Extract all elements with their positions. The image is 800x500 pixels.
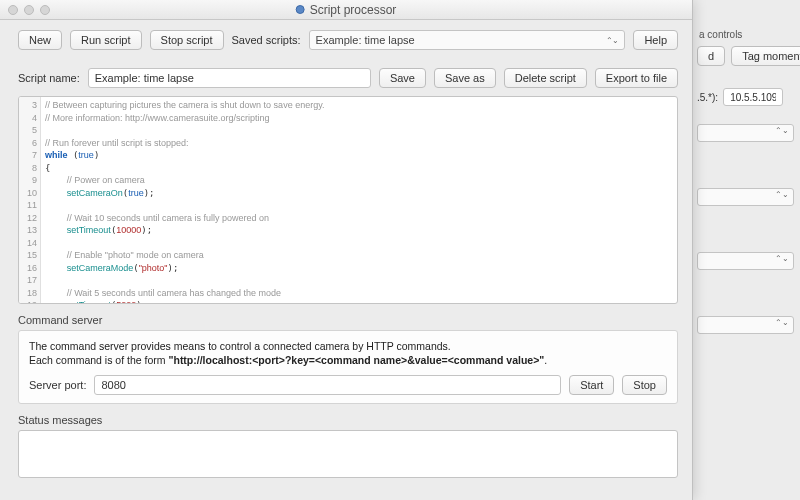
bg-header: a controls (697, 26, 794, 46)
server-stop-button[interactable]: Stop (622, 375, 667, 395)
delete-script-button[interactable]: Delete script (504, 68, 587, 88)
background-window: a controls d Tag moment .5.*): (690, 20, 800, 500)
save-button[interactable]: Save (379, 68, 426, 88)
script-name-row: Script name: Save Save as Delete script … (18, 68, 678, 88)
bg-button-1[interactable]: d (697, 46, 725, 66)
export-to-file-button[interactable]: Export to file (595, 68, 678, 88)
titlebar: Script processor (0, 0, 692, 20)
code-content[interactable]: // Between capturing pictures the camera… (41, 97, 677, 303)
status-messages-area[interactable] (18, 430, 678, 478)
app-icon (296, 5, 305, 14)
help-button[interactable]: Help (633, 30, 678, 50)
bg-select-4[interactable] (697, 316, 794, 334)
close-icon[interactable] (8, 5, 18, 15)
window-controls[interactable] (8, 5, 50, 15)
new-button[interactable]: New (18, 30, 62, 50)
saved-scripts-select[interactable]: Example: time lapse (309, 30, 626, 50)
server-port-input[interactable] (94, 375, 561, 395)
script-name-input[interactable] (88, 68, 371, 88)
stop-script-button[interactable]: Stop script (150, 30, 224, 50)
run-script-button[interactable]: Run script (70, 30, 142, 50)
saved-scripts-label: Saved scripts: (232, 34, 301, 46)
window-title: Script processor (296, 3, 397, 17)
save-as-button[interactable]: Save as (434, 68, 496, 88)
server-port-label: Server port: (29, 379, 86, 391)
bg-select-3[interactable] (697, 252, 794, 270)
code-editor[interactable]: 3456789101112131415161718192021222324252… (18, 96, 678, 304)
bg-select-1[interactable] (697, 124, 794, 142)
command-server-title: Command server (18, 314, 678, 326)
script-name-label: Script name: (18, 72, 80, 84)
bg-ip-input[interactable] (723, 88, 783, 106)
bg-select-2[interactable] (697, 188, 794, 206)
command-server-desc: The command server provides means to con… (29, 339, 667, 367)
bg-ip-label: .5.*): (697, 92, 718, 103)
status-messages-title: Status messages (18, 414, 678, 426)
minimize-icon[interactable] (24, 5, 34, 15)
script-processor-window: Script processor New Run script Stop scr… (0, 0, 693, 500)
zoom-icon[interactable] (40, 5, 50, 15)
script-toolbar: New Run script Stop script Saved scripts… (18, 30, 678, 50)
bg-tag-moment-button[interactable]: Tag moment (731, 46, 800, 66)
line-gutter: 3456789101112131415161718192021222324252… (19, 97, 41, 303)
command-server-panel: The command server provides means to con… (18, 330, 678, 404)
server-start-button[interactable]: Start (569, 375, 614, 395)
